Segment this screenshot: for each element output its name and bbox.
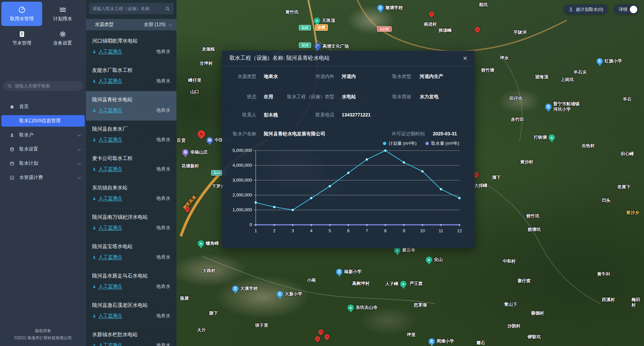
school-icon[interactable]: 文 <box>232 286 239 292</box>
station-list-item[interactable]: 陆河县南万镇杞洋水电站人工监测点地表水 <box>86 209 176 238</box>
temple-icon[interactable]: ▲ <box>347 304 354 311</box>
sidebar-item-2[interactable]: 取水口GIS信息管理 <box>1 115 85 127</box>
field-label: 许可证过期时间 <box>364 131 425 137</box>
school-icon[interactable]: 文 <box>336 269 342 275</box>
school-icon[interactable]: 文 <box>428 338 435 345</box>
peak-icon[interactable]: ▲ <box>198 240 204 247</box>
school-icon[interactable]: 文 <box>377 5 384 11</box>
red-marker-icon[interactable] <box>317 328 325 336</box>
sidebar-item-3[interactable]: 取水户 <box>1 129 85 141</box>
sidebar-item-1[interactable]: 首页 <box>1 101 85 112</box>
chevron-down-icon[interactable] <box>169 23 172 26</box>
sidebar-item-6[interactable]: 水资源计费 <box>1 172 85 183</box>
school-icon[interactable]: 文 <box>545 104 552 110</box>
over-plan-label: 超计划取水(0) <box>576 6 603 12</box>
detail-toggle[interactable]: 详情 <box>614 4 639 15</box>
map-label[interactable]: 文墩塘学校 <box>377 5 403 11</box>
app-tile-2[interactable]: 计划用水 <box>42 2 83 26</box>
station-search[interactable] <box>89 3 173 14</box>
filter-value[interactable]: 全部 (125) <box>144 22 166 28</box>
peak-icon[interactable]: ▲ <box>400 281 407 287</box>
station-list-item[interactable]: 陆河县水唇走马石水电站人工监测点地表水 <box>86 267 176 297</box>
map-label[interactable]: ▲天珠顶 <box>314 18 335 24</box>
station-name: 陆河县水唇走马石水电站 <box>92 273 170 279</box>
map-label[interactable]: 人子嶂▲ <box>385 281 407 287</box>
station-search-input[interactable] <box>92 6 162 11</box>
monitor-link[interactable]: 人工监测点 <box>99 107 122 113</box>
peak-icon[interactable]: ▲ <box>314 18 320 24</box>
red-marker-icon[interactable] <box>474 26 481 33</box>
red-marker-icon[interactable] <box>314 335 321 342</box>
legend-item[interactable]: 计划量 (m³/年) <box>383 140 417 147</box>
over-plan-button[interactable]: 超计划取水(0) <box>564 4 608 15</box>
gas-icon[interactable]: 油 <box>206 137 213 143</box>
plaza-icon[interactable]: 广 <box>314 43 321 50</box>
red-marker-icon[interactable] <box>324 333 331 340</box>
school-icon[interactable]: 文 <box>596 58 603 64</box>
station-list-item[interactable]: 河口镇唱歌潭水电站人工监测点地表水 <box>86 32 176 62</box>
map-label-text: 锣鼓坑 <box>528 334 541 340</box>
search-icon[interactable] <box>165 6 170 11</box>
map-label: 箭竹坑 <box>526 213 539 219</box>
monitor-link[interactable]: 人工监测点 <box>99 284 122 290</box>
station-name: 麦卡公司取水工程 <box>92 155 170 162</box>
monitor-link[interactable]: 人工监测点 <box>99 342 122 346</box>
map-label-text: 黄牛叫 <box>597 271 610 277</box>
monitor-link[interactable]: 人工监测点 <box>99 78 122 84</box>
station-list-item[interactable]: 陆河县激石溪老区水电站人工监测点地表水 <box>86 297 176 326</box>
close-icon[interactable]: × <box>463 55 467 62</box>
school-icon[interactable]: 文 <box>277 291 283 297</box>
map-label[interactable]: ▲螺角嶂 <box>198 240 219 247</box>
app-tile-1[interactable]: 取用水管理 <box>1 2 42 26</box>
map-label[interactable]: 文大溪学校 <box>232 286 258 292</box>
map-label: 大片 <box>197 327 206 333</box>
map-label[interactable]: 广高塘文化广场 <box>314 43 349 50</box>
legend-item[interactable]: 取水量 (m³/年) <box>425 140 459 147</box>
station-list-item[interactable]: 陆河县青砼水电站人工监测点地表水 <box>86 91 176 121</box>
map-label[interactable]: 乐幸福山庄 <box>182 149 208 156</box>
monitor-link[interactable]: 人工监测点 <box>99 313 122 319</box>
map-label: 吉告村 <box>582 143 595 149</box>
monitor-link[interactable]: 人工监测点 <box>99 166 122 172</box>
red-marker-icon[interactable] <box>196 129 206 139</box>
station-list-item[interactable]: 陆河县宝塔水电站人工监测点地表水 <box>86 238 176 267</box>
sidebar-search[interactable] <box>3 81 83 91</box>
map-label[interactable]: 文福新小学 <box>336 269 362 275</box>
map-label[interactable]: 打铁塘▲ <box>534 134 555 141</box>
station-list-item[interactable]: 水唇镇水栏肚水电站人工监测点地表水 <box>86 326 176 346</box>
monitor-link[interactable]: 人工监测点 <box>99 49 122 55</box>
person-icon <box>92 285 96 289</box>
map-label-text: 南进村 <box>424 22 437 27</box>
sidebar-search-input[interactable] <box>15 83 79 88</box>
map-label[interactable]: 文大新小学 <box>277 291 302 297</box>
resort-icon[interactable]: 乐 <box>182 149 189 156</box>
station-list-item[interactable]: 陆河县自来水厂人工监测点地表水 <box>86 121 176 150</box>
station-list-item[interactable]: 东坑镇自来水站人工监测点地表水 <box>86 179 176 209</box>
map-label[interactable]: 文红旗小学 <box>596 58 622 64</box>
svg-text:4: 4 <box>310 228 312 233</box>
map-label[interactable]: ▲尖山 <box>426 257 443 263</box>
red-marker-icon[interactable] <box>428 10 435 18</box>
peak-icon[interactable]: ▲ <box>549 134 555 141</box>
station-list-item[interactable]: 友能水厂取水工程人工监测点地表水 <box>86 62 176 91</box>
map-label[interactable]: 文周塘小学 <box>428 338 454 345</box>
app-tile-3[interactable]: 节水管理 <box>1 26 42 50</box>
peak-icon[interactable]: ▲ <box>426 257 432 263</box>
monitor-link[interactable]: 人工监测点 <box>99 225 122 231</box>
sidebar-item-5[interactable]: 取水计划 <box>1 158 85 169</box>
sidebar-item-4[interactable]: 取水设置 <box>1 143 85 155</box>
map-label[interactable]: 文普宁市船埔镇 河坑小学 <box>545 101 580 112</box>
water-source-filter[interactable]: 水源类型 全部 (125) <box>86 19 176 30</box>
map-label[interactable]: ▲东坑尖山寺 <box>347 304 377 311</box>
station-list-item[interactable]: 麦卡公司取水工程人工监测点地表水 <box>86 150 176 179</box>
app-tile-4[interactable]: 业务设置 <box>42 26 83 50</box>
monitor-link[interactable]: 人工监测点 <box>99 195 122 202</box>
map-label-text: 福新小学 <box>344 269 362 274</box>
map-label: 陈屋 <box>180 296 189 301</box>
map-label-text: 吉告村 <box>582 143 595 149</box>
map-label: 嶂仔里 <box>188 78 201 83</box>
monitor-link[interactable]: 人工监测点 <box>99 137 122 143</box>
map-label-text: 善德村 <box>531 311 544 316</box>
toggle-knob[interactable] <box>630 6 637 13</box>
monitor-link[interactable]: 人工监测点 <box>99 254 122 260</box>
